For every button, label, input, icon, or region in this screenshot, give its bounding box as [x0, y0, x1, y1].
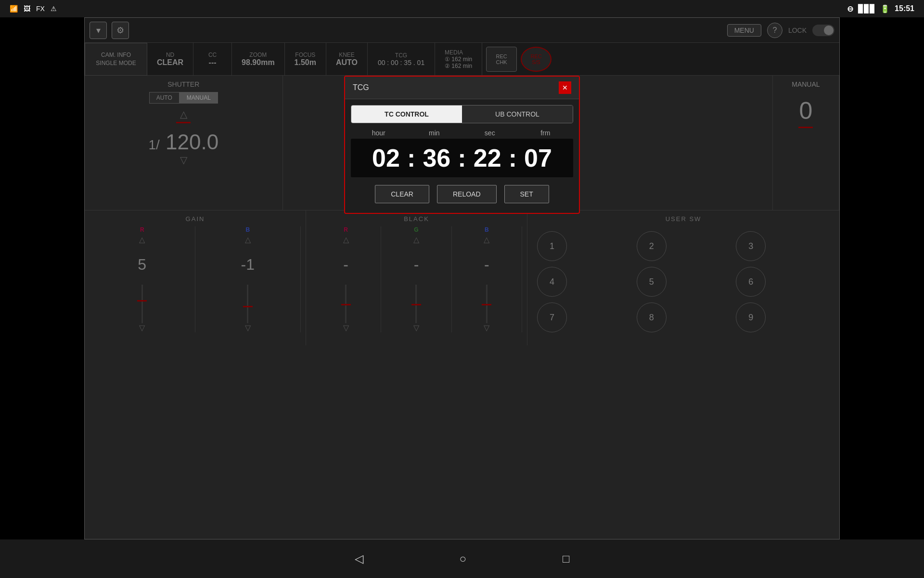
- colon-3: :: [507, 144, 519, 172]
- tcg-time-labels: hour min sec frm: [345, 123, 579, 139]
- colon-2: :: [456, 144, 468, 172]
- tcg-actions: CLEAR RELOAD SET: [345, 177, 579, 213]
- home-button[interactable]: ○: [460, 552, 467, 565]
- reload-button[interactable]: RELOAD: [437, 185, 497, 203]
- tcg-time-display: 02 : 36 : 22 : 07: [351, 139, 573, 177]
- wifi-icon: 📶: [10, 5, 18, 13]
- set-button[interactable]: SET: [504, 185, 549, 203]
- fx-icon: FX: [36, 5, 45, 13]
- nav-bar: ◁ ○ □: [0, 539, 924, 578]
- frm-label: frm: [518, 129, 574, 137]
- hour-value[interactable]: 02: [367, 144, 405, 172]
- tcg-close-button[interactable]: ✕: [559, 81, 571, 94]
- min-value[interactable]: 36: [417, 144, 456, 172]
- gallery-icon: 🖼: [24, 5, 30, 13]
- clock: 15:51: [895, 4, 914, 13]
- tcg-dialog: TCG ✕ TC CONTROL UB CONTROL hour min sec…: [344, 76, 580, 214]
- wifi-status-icon: ▊▊▊: [858, 4, 875, 13]
- status-right: ⊖ ▊▊▊ 🔋 15:51: [847, 4, 914, 13]
- warning-icon: ⚠: [51, 5, 57, 13]
- clear-button[interactable]: CLEAR: [375, 185, 429, 203]
- tcg-tabs: TC CONTROL UB CONTROL: [351, 105, 573, 123]
- frm-value[interactable]: 07: [519, 144, 557, 172]
- recent-button[interactable]: □: [563, 552, 570, 565]
- battery-icon: 🔋: [880, 4, 890, 13]
- tab-ub-control[interactable]: UB CONTROL: [462, 105, 573, 123]
- status-left: 📶 🖼 FX ⚠: [10, 5, 57, 13]
- status-bar: 📶 🖼 FX ⚠ ⊖ ▊▊▊ 🔋 15:51: [0, 0, 924, 17]
- tcg-overlay: TCG ✕ TC CONTROL UB CONTROL hour min sec…: [85, 18, 839, 539]
- hour-label: hour: [351, 129, 407, 137]
- min-label: min: [407, 129, 462, 137]
- minus-icon: ⊖: [847, 4, 853, 13]
- sec-value[interactable]: 22: [468, 144, 507, 172]
- tcg-title-bar: TCG ✕: [345, 77, 579, 99]
- sec-label: sec: [462, 129, 518, 137]
- tab-tc-control[interactable]: TC CONTROL: [351, 105, 462, 123]
- colon-1: :: [405, 144, 417, 172]
- tcg-dialog-title: TCG: [353, 83, 369, 92]
- app-container: ▾ ⚙ MENU ? LOCK CAM. INFO SINGLE MODE ND…: [84, 17, 840, 539]
- back-button[interactable]: ◁: [355, 552, 363, 565]
